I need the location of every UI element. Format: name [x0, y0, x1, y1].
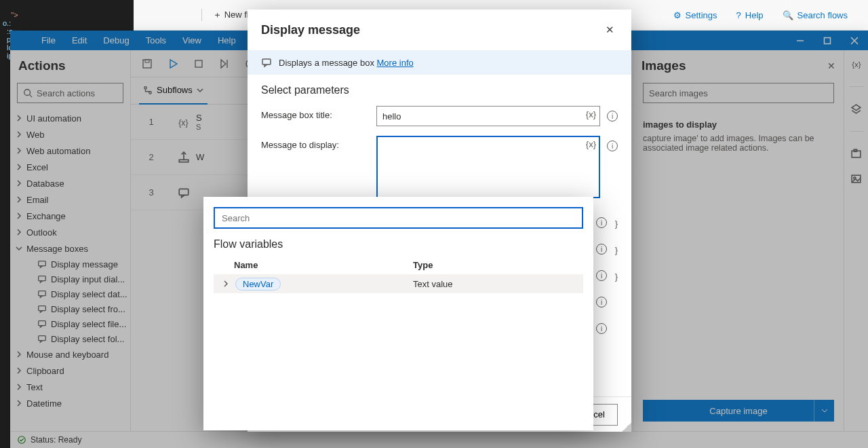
info-icon[interactable]: i	[607, 141, 618, 151]
insert-variable-token[interactable]: {x}	[586, 109, 596, 119]
info-icon[interactable]: i	[596, 297, 607, 307]
resize-grip[interactable]	[622, 422, 631, 432]
info-icon[interactable]: i	[596, 217, 607, 228]
search-flows[interactable]: 🔍 Search flows	[783, 10, 848, 20]
variable-row[interactable]: NewVar Text value	[214, 274, 583, 293]
message-body-input[interactable]	[376, 136, 600, 198]
flow-variables-heading: Flow variables	[214, 238, 583, 250]
info-icon[interactable]: i	[596, 323, 607, 334]
insert-variable-token[interactable]: {x}	[586, 139, 596, 149]
variable-table-header: Name Type	[214, 256, 583, 274]
variable-picker-popup: Flow variables Name Type NewVar Text val…	[203, 197, 593, 430]
modal-description-bar: Displays a message box More info	[248, 50, 631, 75]
info-icon[interactable]: i	[596, 270, 607, 281]
modal-close-button[interactable]: ✕	[601, 22, 618, 38]
message-title-input[interactable]	[376, 106, 600, 126]
info-icon[interactable]: i	[596, 244, 607, 255]
message-icon	[261, 57, 272, 68]
variable-search-input[interactable]	[214, 207, 583, 229]
message-body-label: Message to display:	[261, 136, 370, 150]
modal-title: Display message	[261, 23, 360, 37]
settings-link[interactable]: ⚙ Settings	[673, 10, 717, 20]
more-info-link[interactable]: More info	[377, 58, 414, 68]
message-title-label: Message box title:	[261, 106, 370, 120]
chevron-right-icon	[220, 280, 231, 287]
help-link[interactable]: ? Help	[736, 10, 764, 20]
svg-rect-35	[262, 59, 271, 64]
variable-pill[interactable]: NewVar	[235, 278, 281, 291]
info-icon[interactable]: i	[607, 111, 618, 122]
variable-type: Text value	[413, 279, 453, 289]
select-parameters-heading: Select parameters	[261, 84, 618, 96]
